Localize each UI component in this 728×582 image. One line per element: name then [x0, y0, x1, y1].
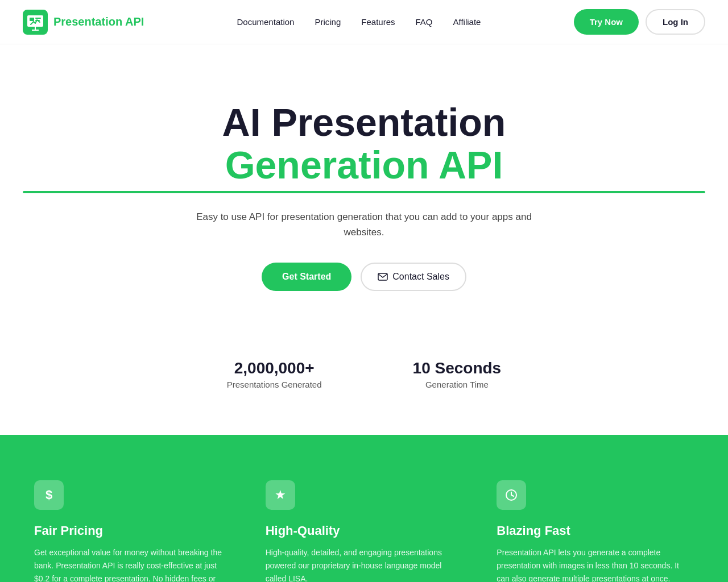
get-started-button[interactable]: Get Started	[262, 263, 351, 291]
email-icon	[378, 273, 388, 281]
nav-documentation[interactable]: Documentation	[237, 17, 295, 27]
contact-sales-button[interactable]: Contact Sales	[361, 263, 466, 291]
svg-line-10	[511, 495, 514, 496]
svg-rect-1	[27, 15, 43, 27]
stats-section: 2,000,000+ Presentations Generated 10 Se…	[0, 325, 728, 435]
logo-text: Presentation API	[53, 15, 144, 28]
hero-subtitle: Easy to use API for presentation generat…	[188, 209, 540, 240]
high-quality-desc: High-quality, detailed, and engaging pre…	[266, 546, 463, 582]
header-actions: Try Now Log In	[574, 9, 705, 35]
header: Presentation API Documentation Pricing F…	[0, 0, 728, 44]
fair-pricing-title: Fair Pricing	[34, 523, 231, 538]
feature-fair-pricing: $ Fair Pricing Get exceptional value for…	[34, 480, 231, 582]
high-quality-icon-box: ★	[266, 480, 295, 510]
hero-title: AI Presentation Generation API	[23, 101, 705, 193]
svg-rect-7	[378, 273, 387, 280]
stat-label-presentations: Presentations Generated	[227, 380, 322, 389]
logo[interactable]: Presentation API	[23, 10, 144, 35]
logo-icon	[23, 10, 48, 35]
nav-faq[interactable]: FAQ	[415, 17, 432, 27]
svg-rect-2	[30, 18, 34, 21]
hero-section: AI Presentation Generation API Easy to u…	[0, 44, 728, 325]
high-quality-title: High-Quality	[266, 523, 463, 538]
main-nav: Documentation Pricing Features FAQ Affil…	[237, 17, 481, 27]
nav-pricing[interactable]: Pricing	[315, 17, 341, 27]
nav-features[interactable]: Features	[361, 17, 395, 27]
login-button[interactable]: Log In	[646, 9, 705, 35]
feature-blazing-fast: Blazing Fast Presentation API lets you g…	[497, 480, 694, 582]
stat-generation-time: 10 Seconds Generation Time	[413, 359, 502, 389]
blazing-fast-title: Blazing Fast	[497, 523, 694, 538]
feature-high-quality: ★ High-Quality High-quality, detailed, a…	[266, 480, 463, 582]
stat-label-time: Generation Time	[413, 380, 502, 389]
try-now-button[interactable]: Try Now	[574, 9, 639, 35]
nav-affiliate[interactable]: Affiliate	[453, 17, 481, 27]
fair-pricing-desc: Get exceptional value for money without …	[34, 546, 231, 582]
hero-buttons: Get Started Contact Sales	[23, 263, 705, 291]
dollar-icon: $	[46, 488, 52, 502]
star-icon: ★	[275, 488, 286, 502]
svg-rect-3	[35, 18, 41, 19]
fair-pricing-icon-box: $	[34, 480, 64, 510]
blazing-fast-desc: Presentation API lets you generate a com…	[497, 546, 694, 582]
blazing-fast-icon-box	[497, 480, 526, 510]
stat-number-presentations: 2,000,000+	[227, 359, 322, 377]
features-section: $ Fair Pricing Get exceptional value for…	[0, 435, 728, 582]
stat-presentations: 2,000,000+ Presentations Generated	[227, 359, 322, 389]
stat-number-time: 10 Seconds	[413, 359, 502, 377]
clock-icon	[504, 488, 518, 502]
